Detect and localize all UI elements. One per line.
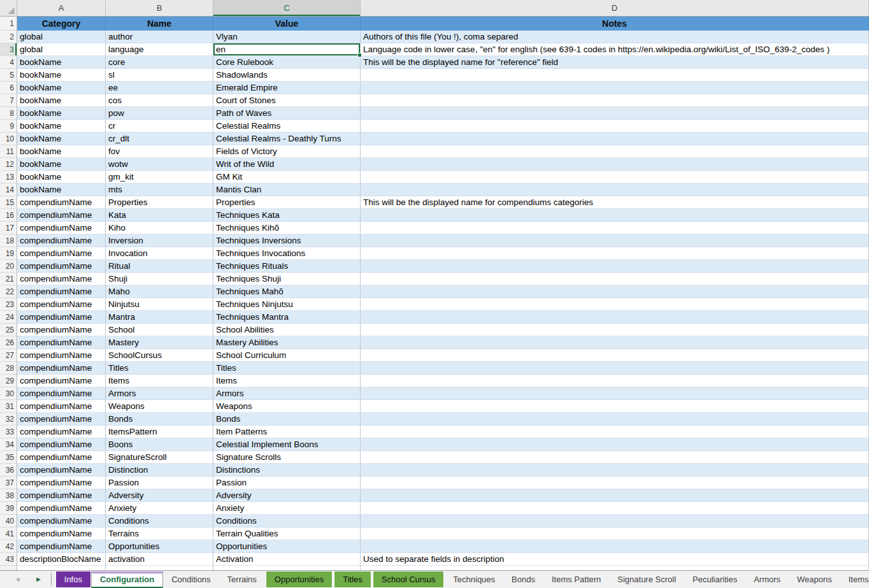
cell-notes[interactable] xyxy=(361,477,869,489)
cell-notes[interactable] xyxy=(361,94,869,107)
cell-value[interactable]: Techniques Kata xyxy=(213,209,361,222)
cell-name[interactable]: Opportunities xyxy=(106,540,213,553)
row-header[interactable]: 8 xyxy=(0,107,17,120)
cell-notes[interactable] xyxy=(361,158,869,171)
row-header[interactable]: 7 xyxy=(0,94,17,107)
cell-value[interactable]: Techniques Kihõ xyxy=(213,222,361,234)
row-header[interactable]: 1 xyxy=(0,17,17,31)
cell-value[interactable]: Shadowlands xyxy=(213,69,361,82)
cell-notes[interactable] xyxy=(361,387,869,400)
row-header[interactable]: 6 xyxy=(0,82,17,94)
row-header[interactable]: 39 xyxy=(0,502,17,515)
cell-value[interactable]: School Abilities xyxy=(213,324,361,336)
row-header[interactable]: 36 xyxy=(0,464,17,477)
cell-notes[interactable] xyxy=(361,133,869,145)
row-header[interactable]: 35 xyxy=(0,451,17,464)
fill-handle[interactable] xyxy=(357,53,362,57)
cell-notes[interactable] xyxy=(361,489,869,502)
cell-notes[interactable] xyxy=(361,209,869,222)
row-header[interactable]: 26 xyxy=(0,336,17,349)
tab-scroll-right-icon[interactable]: ► xyxy=(35,576,42,583)
cell-category[interactable]: compendiumName xyxy=(17,477,106,489)
row-header[interactable]: 22 xyxy=(0,285,17,298)
cell-category[interactable]: compendiumName xyxy=(17,540,106,553)
cell-name[interactable]: activation xyxy=(106,553,213,566)
cell-value[interactable]: Techniques Inversions xyxy=(213,234,361,247)
cell-value[interactable]: Conditions xyxy=(213,515,361,527)
cell-name[interactable]: Anxiety xyxy=(106,502,213,515)
cell-value[interactable]: en xyxy=(213,43,361,56)
cell-name[interactable]: Armors xyxy=(106,387,213,400)
cell-value[interactable]: Titles xyxy=(213,362,361,375)
cell-name[interactable]: Passion xyxy=(106,477,213,489)
row-header[interactable]: 15 xyxy=(0,196,17,209)
cell-value[interactable]: Passion xyxy=(213,477,361,489)
cell-notes[interactable]: This will be the displayed name for "ref… xyxy=(361,56,869,69)
cell-category[interactable]: compendiumName xyxy=(17,196,106,209)
tab-scroll-left-icon[interactable]: ◄ xyxy=(14,576,21,583)
cell-notes[interactable]: Authors of this file (You !), coma separ… xyxy=(361,31,869,43)
sheet-tab-peculiarities[interactable]: Peculiarities xyxy=(684,571,745,588)
cell-name[interactable]: Ninjutsu xyxy=(106,298,213,311)
cell-value[interactable]: Techniques Rituals xyxy=(213,260,361,273)
row-header[interactable]: 38 xyxy=(0,489,17,502)
cell-value[interactable]: Distinctions xyxy=(213,464,361,477)
row-header[interactable]: 11 xyxy=(0,145,17,158)
row-header[interactable]: 20 xyxy=(0,260,17,273)
cell-notes[interactable] xyxy=(361,120,869,133)
cell-category[interactable]: compendiumName xyxy=(17,298,106,311)
sheet-tab-configuration[interactable]: Configuration xyxy=(91,571,163,588)
cell-name[interactable]: Maho xyxy=(106,285,213,298)
cell-category[interactable]: bookName xyxy=(17,69,106,82)
cell-value[interactable]: Vlyan xyxy=(213,31,361,43)
cell-category[interactable]: global xyxy=(17,43,106,56)
cell-notes[interactable] xyxy=(361,171,869,183)
row-header[interactable]: 40 xyxy=(0,515,17,527)
cell-notes[interactable] xyxy=(361,222,869,234)
cell-notes[interactable]: Used to separate fields in description xyxy=(361,553,869,566)
cell-value[interactable]: Anxiety xyxy=(213,502,361,515)
cell-notes[interactable] xyxy=(361,234,869,247)
cell-name[interactable]: ItemsPattern xyxy=(106,426,213,438)
cell-notes[interactable] xyxy=(361,298,869,311)
cell-name[interactable]: Invocation xyxy=(106,247,213,260)
cell-name[interactable]: Items xyxy=(106,375,213,387)
column-header-b[interactable]: B xyxy=(106,0,213,16)
cell-name[interactable]: wotw xyxy=(106,158,213,171)
cell-value[interactable]: Writ of the Wild xyxy=(213,158,361,171)
cell-category[interactable]: descriptionBlocName xyxy=(17,553,106,566)
cell-name[interactable]: cr_dlt xyxy=(106,133,213,145)
cell-category[interactable]: bookName xyxy=(17,158,106,171)
cell-notes[interactable] xyxy=(361,527,869,540)
row-header[interactable]: 10 xyxy=(0,133,17,145)
cell-notes[interactable] xyxy=(361,515,869,527)
cell-category[interactable]: compendiumName xyxy=(17,324,106,336)
cell-notes[interactable] xyxy=(361,464,869,477)
cell-value[interactable] xyxy=(213,566,361,570)
cell-name[interactable] xyxy=(106,566,213,570)
column-header-a[interactable]: A xyxy=(17,0,106,16)
select-all-corner[interactable] xyxy=(0,0,17,16)
sheet-tab-infos[interactable]: Infos xyxy=(55,571,91,588)
cell-notes[interactable] xyxy=(361,183,869,196)
cell-name[interactable]: mts xyxy=(106,183,213,196)
cell-value[interactable]: Emerald Empire xyxy=(213,82,361,94)
cell-notes[interactable]: This will be the displayed name for comp… xyxy=(361,196,869,209)
cell-notes[interactable] xyxy=(361,375,869,387)
cell-name[interactable]: Inversion xyxy=(106,234,213,247)
cell-notes[interactable] xyxy=(361,502,869,515)
row-header[interactable]: 25 xyxy=(0,324,17,336)
cell-category[interactable]: bookName xyxy=(17,145,106,158)
sheet-tab-items-pattern[interactable]: Items Pattern xyxy=(543,571,609,588)
sheet-tab-terrains[interactable]: Terrains xyxy=(219,571,265,588)
cell-notes[interactable] xyxy=(361,413,869,426)
cell-category[interactable]: compendiumName xyxy=(17,400,106,413)
cell-category[interactable]: compendiumName xyxy=(17,489,106,502)
cell-value[interactable]: Bonds xyxy=(213,413,361,426)
row-header[interactable]: 29 xyxy=(0,375,17,387)
sheet-tab-items[interactable]: Items xyxy=(840,571,869,588)
cell-category[interactable]: bookName xyxy=(17,171,106,183)
sheet-tab-opportunities[interactable]: Opportunities xyxy=(266,571,333,588)
row-header[interactable]: 33 xyxy=(0,426,17,438)
cell-value[interactable]: Fields of Victory xyxy=(213,145,361,158)
